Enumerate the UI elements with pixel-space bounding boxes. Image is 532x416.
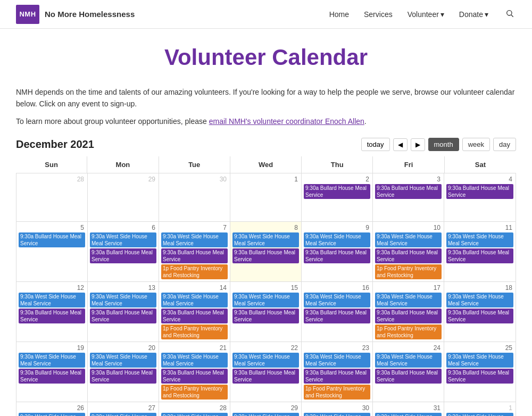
event-dec14-bullard[interactable]: 9:30a Bullard House Meal Service [161, 309, 228, 323]
cal-cell-dec16: 16 9:30a West Side House Meal Service 9:… [302, 282, 373, 342]
calendar-header: December 2021 today ◀ ▶ month week day [16, 138, 516, 151]
cal-cell-dec14: 14 9:30a West Side House Meal Service 9:… [159, 282, 230, 342]
event-dec23-bullard[interactable]: 9:30a Bullard House Meal Service [304, 369, 370, 384]
calendar-controls: today ◀ ▶ month week day [361, 138, 516, 151]
event-dec21-bullard[interactable]: 9:30a Bullard House Meal Service [161, 369, 228, 384]
nav-services[interactable]: Services [364, 10, 393, 19]
event-dec12-bullard[interactable]: 9:30a Bullard House Meal Service [19, 309, 85, 323]
calendar-week-5: 26 9:30a West Side House Meal Service 9:… [16, 402, 516, 416]
event-dec26-westside[interactable]: 9:30a West Side House Meal Service [19, 413, 85, 416]
cal-cell-dec24: 24 9:30a West Side House Meal Service 9:… [373, 342, 444, 402]
event-dec17-westside[interactable]: 9:30a West Side House Meal Service [375, 293, 442, 307]
event-dec14-pantry[interactable]: 1p Food Pantry Inventory and Restocking [161, 325, 228, 339]
event-dec18-bullard[interactable]: 9:30a Bullard House Meal Service [446, 309, 513, 323]
cal-cell-dec5: 5 9:30a Bullard House Meal Service [16, 222, 88, 281]
page-title: Volunteer Calendar [16, 45, 516, 70]
event-dec27-westside[interactable]: 9:30a West Side House Meal Service [90, 413, 156, 416]
event-dec10-westside[interactable]: 9:30a West Side House Meal Service [375, 232, 442, 247]
site-title: No More Homelessness [45, 10, 135, 19]
event-dec22-westside[interactable]: 9:30a West Side House Meal Service [232, 353, 299, 368]
event-dec15-westside[interactable]: 9:30a West Side House Meal Service [232, 293, 299, 307]
event-dec21-westside[interactable]: 9:30a West Side House Meal Service [161, 353, 228, 368]
description-text-1: NMH depends on the time and talents of o… [16, 86, 516, 110]
event-dec3-bullard[interactable]: 9:30a Bullard House Meal Service [375, 184, 442, 199]
search-icon [505, 9, 514, 18]
event-dec17-bullard[interactable]: 9:30a Bullard House Meal Service [375, 309, 442, 323]
cal-cell-nov30: 30 [159, 173, 230, 221]
event-dec4-bullard[interactable]: 9:30a Bullard House Meal Service [446, 184, 513, 199]
prev-month-button[interactable]: ◀ [393, 138, 408, 151]
event-dec19-bullard[interactable]: 9:30a Bullard House Meal Service [19, 369, 85, 384]
event-dec11-westside[interactable]: 9:30a West Side House Meal Service [446, 232, 513, 247]
event-dec23-pantry[interactable]: 1p Food Pantry Inventory and Restocking [304, 385, 370, 400]
cal-cell-dec12: 12 9:30a West Side House Meal Service 9:… [16, 282, 88, 342]
nav-home[interactable]: Home [329, 10, 349, 19]
event-dec25-westside[interactable]: 9:30a West Side House Meal Service [446, 353, 513, 368]
event-dec24-bullard[interactable]: 9:30a Bullard House Meal Service [375, 369, 442, 384]
month-view-button[interactable]: month [428, 138, 459, 151]
week-view-button[interactable]: week [462, 138, 490, 151]
cal-cell-dec19: 19 9:30a West Side House Meal Service 9:… [16, 342, 88, 402]
day-view-button[interactable]: day [493, 138, 516, 151]
event-dec12-westside[interactable]: 9:30a West Side House Meal Service [19, 293, 85, 307]
event-dec23-westside[interactable]: 9:30a West Side House Meal Service [304, 353, 370, 368]
event-dec22-bullard[interactable]: 9:30a Bullard House Meal Service [232, 369, 299, 384]
calendar: December 2021 today ◀ ▶ month week day S… [16, 138, 516, 416]
event-dec19-westside[interactable]: 9:30a West Side House Meal Service [19, 353, 85, 368]
event-dec7-westside[interactable]: 9:30a West Side House Meal Service [161, 232, 228, 247]
event-dec29-westside[interactable]: 9:30a West Side House Meal Service [232, 413, 299, 416]
event-dec7-bullard[interactable]: 9:30a Bullard House Meal Service [161, 248, 228, 263]
event-dec21-pantry[interactable]: 1p Food Pantry Inventory and Restocking [161, 385, 228, 400]
event-dec13-westside[interactable]: 9:30a West Side House Meal Service [90, 293, 156, 307]
event-dec18-westside[interactable]: 9:30a West Side House Meal Service [446, 293, 513, 307]
event-dec24-westside[interactable]: 9:30a West Side House Meal Service [375, 353, 442, 368]
event-dec30-westside[interactable]: 9:30a West Side House Meal Service [304, 413, 370, 416]
event-dec5-bullard[interactable]: 9:30a Bullard House Meal Service [19, 232, 85, 247]
cal-cell-dec26: 26 9:30a West Side House Meal Service 9:… [16, 402, 88, 416]
event-dec28-westside[interactable]: 9:30a West Side House Meal Service [161, 413, 228, 416]
event-dec20-westside[interactable]: 9:30a West Side House Meal Service [90, 353, 156, 368]
chevron-down-icon: ▾ [485, 10, 488, 19]
event-dec6-bullard[interactable]: 9:30a Bullard House Meal Service [90, 248, 156, 263]
cal-cell-dec11: 11 9:30a West Side House Meal Service 9:… [444, 222, 516, 281]
event-dec7-pantry[interactable]: 1p Food Pantry Inventory and Restocking [161, 264, 228, 279]
event-dec2-bullard[interactable]: 9:30a Bullard House Meal Service [304, 184, 370, 199]
event-dec20-bullard[interactable]: 9:30a Bullard House Meal Service [90, 369, 156, 384]
event-dec8-bullard[interactable]: 9:30a Bullard House Meal Service [232, 248, 299, 263]
nav-donate[interactable]: Donate ▾ [459, 10, 488, 19]
search-button[interactable] [503, 7, 516, 21]
event-dec31-westside[interactable]: 9:30a West Side House Meal Service [375, 413, 442, 416]
next-month-button[interactable]: ▶ [411, 138, 425, 151]
event-dec13-bullard[interactable]: 9:30a Bullard House Meal Service [90, 309, 156, 323]
cal-cell-dec23: 23 9:30a West Side House Meal Service 9:… [302, 342, 373, 402]
cal-cell-dec15: 15 9:30a West Side House Meal Service 9:… [230, 282, 302, 342]
event-dec15-bullard[interactable]: 9:30a Bullard House Meal Service [232, 309, 299, 323]
event-dec9-westside[interactable]: 9:30a West Side House Meal Service [304, 232, 370, 247]
event-dec16-westside[interactable]: 9:30a West Side House Meal Service [304, 293, 370, 307]
logo-area: NMH No More Homelessness [16, 5, 135, 24]
event-dec6-westside[interactable]: 9:30a West Side House Meal Service [90, 232, 156, 247]
event-dec25-bullard[interactable]: 9:30a Bullard House Meal Service [446, 369, 513, 384]
event-dec16-bullard[interactable]: 9:30a Bullard House Meal Service [304, 309, 370, 323]
svg-point-0 [507, 11, 512, 15]
today-button[interactable]: today [361, 138, 390, 151]
cal-cell-dec4: 4 9:30a Bullard House Meal Service [444, 173, 516, 221]
calendar-weeks: 28 29 30 1 2 9:30a Bullard House Meal Se… [16, 173, 516, 416]
event-dec17-pantry[interactable]: 1p Food Pantry Inventory and Restocking [375, 325, 442, 339]
event-dec8-westside[interactable]: 9:30a West Side House Meal Service [232, 232, 299, 247]
event-dec10-bullard[interactable]: 9:30a Bullard House Meal Service [375, 248, 442, 263]
email-link[interactable]: email NMH's volunteer coordinator Enoch … [209, 117, 364, 126]
cal-cell-dec10: 10 9:30a West Side House Meal Service 9:… [373, 222, 444, 281]
cal-cell-dec3: 3 9:30a Bullard House Meal Service [373, 173, 444, 221]
calendar-week-2: 5 9:30a Bullard House Meal Service 6 9:3… [16, 222, 516, 282]
description-block: NMH depends on the time and talents of o… [16, 86, 516, 127]
cal-cell-dec7: 7 9:30a West Side House Meal Service 9:3… [159, 222, 230, 281]
event-dec9-bullard[interactable]: 9:30a Bullard House Meal Service [304, 248, 370, 263]
logo-box: NMH [16, 5, 39, 24]
nav-volunteer[interactable]: Volunteer ▾ [408, 10, 444, 19]
event-jan1-westside[interactable]: 9:30a West Side House Meal Service [446, 413, 513, 416]
day-header-thu: Thu [302, 156, 373, 173]
event-dec11-bullard[interactable]: 9:30a Bullard House Meal Service [446, 248, 513, 263]
event-dec10-pantry[interactable]: 1p Food Pantry Inventory and Restocking [375, 264, 442, 279]
event-dec14-westside[interactable]: 9:30a West Side House Meal Service [161, 293, 228, 307]
